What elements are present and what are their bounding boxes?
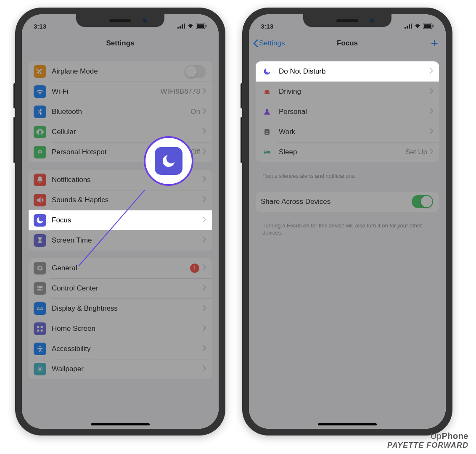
chevron-icon (203, 88, 206, 95)
chevron-icon (203, 365, 206, 373)
accessibility-icon (34, 343, 46, 355)
chevron-icon (203, 285, 206, 292)
phone-right: 3:13 Settings Focus + Do Not DisturbDriv… (242, 8, 452, 436)
chevron-icon (430, 148, 433, 156)
chevron-icon (203, 237, 206, 244)
chevron-icon (203, 176, 206, 184)
row-label: Cellular (52, 128, 203, 136)
row-label: Wallpaper (52, 365, 203, 373)
person-icon (261, 106, 273, 118)
phone-left: 3:13 Settings Airplane ModeWi-FiWIFI9B67… (15, 8, 225, 436)
moon-icon (261, 65, 273, 78)
row-general[interactable]: General1 (29, 258, 212, 278)
row-label: Bluetooth (52, 108, 190, 116)
gear-icon (34, 262, 46, 275)
share-toggle[interactable] (412, 195, 433, 208)
row-display-brightness[interactable]: Display & Brightness (29, 298, 212, 319)
badge-id-icon (261, 126, 273, 138)
hourglass-icon (34, 234, 46, 247)
row-driving[interactable]: Driving (256, 82, 439, 102)
hotspot-icon (34, 146, 46, 158)
battery-icon (423, 24, 434, 29)
car-icon (261, 85, 273, 98)
row-home-screen[interactable]: Home Screen (29, 319, 212, 339)
row-wi-fi[interactable]: Wi-FiWIFI9B6778 (29, 82, 212, 102)
cellular-icon (34, 126, 46, 138)
signal-icon (405, 24, 412, 29)
row-label: Sounds & Haptics (52, 196, 203, 204)
chevron-icon (203, 128, 206, 136)
row-value: Set Up (405, 148, 427, 156)
row-bluetooth[interactable]: BluetoothOn (29, 102, 212, 122)
row-label: Display & Brightness (52, 304, 203, 313)
signal-icon (177, 24, 185, 29)
aa-icon (34, 302, 46, 315)
chevron-icon (430, 128, 433, 136)
add-button[interactable]: + (431, 37, 438, 50)
chevron-icon (430, 88, 433, 95)
row-accessibility[interactable]: Accessibility (29, 339, 212, 359)
bed-icon (261, 146, 273, 158)
airplane-icon (34, 65, 46, 78)
chevron-icon (203, 264, 206, 272)
row-label: Screen Time (52, 236, 203, 245)
moon-icon (34, 214, 46, 227)
row-work[interactable]: Work (256, 122, 439, 142)
status-time: 3:13 (34, 23, 46, 30)
screen-focus: 3:13 Settings Focus + Do Not DisturbDriv… (249, 14, 446, 429)
row-airplane-mode[interactable]: Airplane Mode (29, 61, 212, 82)
page-title: Focus (337, 39, 358, 48)
back-button[interactable]: Settings (253, 39, 285, 48)
chevron-icon (203, 148, 206, 156)
status-time: 3:13 (261, 23, 273, 30)
speaker-icon (34, 194, 46, 206)
row-sounds-haptics[interactable]: Sounds & Haptics (29, 190, 212, 210)
row-label: Accessibility (52, 345, 203, 353)
chevron-icon (203, 325, 206, 333)
row-control-center[interactable]: Control Center (29, 278, 212, 298)
badge: 1 (190, 264, 199, 273)
chevron-icon (430, 108, 433, 116)
row-label: Do Not Disturb (279, 67, 430, 76)
chevron-icon (203, 305, 206, 312)
focus-hint: Focus silences alerts and notifications. (256, 170, 439, 180)
chevron-icon (203, 108, 206, 116)
battery-icon (196, 24, 207, 29)
row-screen-time[interactable]: Screen Time (29, 230, 212, 251)
notch (76, 14, 164, 27)
row-value: WIFI9B6778 (161, 87, 201, 96)
row-label: General (52, 264, 190, 272)
row-label: Personal (279, 108, 430, 116)
row-label: Focus (52, 216, 203, 224)
row-label: Control Center (52, 284, 203, 293)
share-label: Share Across Devices (261, 198, 412, 206)
home-indicator[interactable] (318, 423, 377, 425)
chevron-icon (203, 196, 206, 204)
chevron-icon (430, 68, 433, 75)
navbar: Settings (22, 33, 219, 54)
row-wallpaper[interactable]: Wallpaper (29, 359, 212, 379)
page-title: Settings (106, 39, 134, 48)
row-label: Wi-Fi (52, 87, 161, 96)
home-indicator[interactable] (91, 423, 150, 425)
row-cellular[interactable]: Cellular (29, 122, 212, 142)
row-sleep[interactable]: SleepSet Up (256, 142, 439, 162)
row-label: Work (279, 128, 430, 136)
wallpaper-icon (34, 363, 46, 375)
back-label: Settings (259, 39, 285, 48)
row-label: Sleep (279, 148, 405, 156)
chevron-icon (203, 216, 206, 224)
wifi-icon (34, 85, 46, 98)
share-across-devices-row[interactable]: Share Across Devices (256, 192, 439, 212)
screen-settings: 3:13 Settings Airplane ModeWi-FiWIFI9B67… (22, 14, 219, 429)
toggle[interactable] (185, 65, 206, 78)
wifi-icon (187, 24, 194, 29)
row-focus[interactable]: Focus (29, 210, 212, 230)
row-label: Airplane Mode (52, 67, 185, 76)
row-label: Driving (279, 87, 430, 96)
row-personal[interactable]: Personal (256, 102, 439, 122)
row-value: On (190, 108, 200, 116)
row-label: Home Screen (52, 325, 203, 333)
row-do-not-disturb[interactable]: Do Not Disturb (256, 61, 439, 82)
chevron-icon (203, 345, 206, 353)
